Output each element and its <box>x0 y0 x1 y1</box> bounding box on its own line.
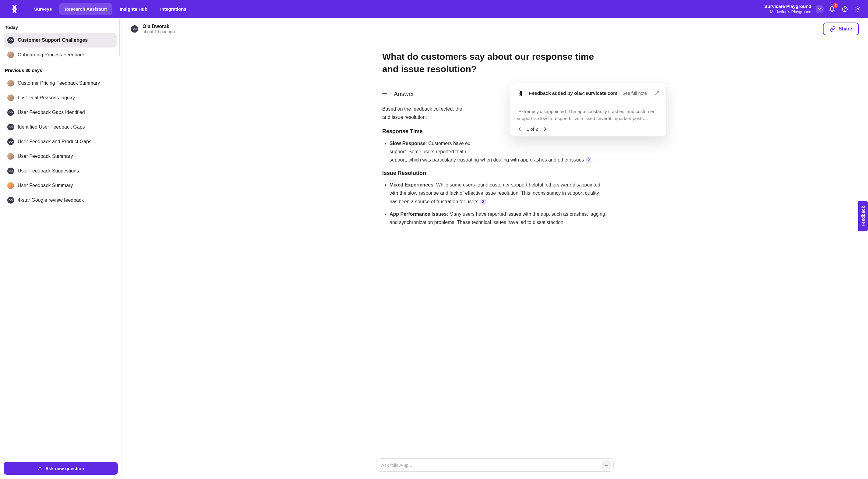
sidebar-item-label: 4-star Google review feedback <box>18 198 84 203</box>
popover-quote: “Extremely disappointed. The app constan… <box>517 103 660 126</box>
notifications-button[interactable]: 1 <box>828 5 836 13</box>
popover-logo <box>517 89 525 97</box>
share-label: Share <box>839 26 852 32</box>
author-time: about 1 hour ago <box>143 29 175 34</box>
sidebar-item[interactable]: Lost Deal Reasons Inquiry <box>4 90 117 105</box>
avatar <box>7 52 14 58</box>
answer-label-text: Answer <box>394 90 414 97</box>
topnav: Surveys Research Assistant Insights Hub … <box>0 0 868 18</box>
avatar <box>7 94 14 101</box>
sidebar-item-label: Identified User Feedback Gaps <box>18 124 85 130</box>
nav-integrations[interactable]: Integrations <box>155 3 192 15</box>
author-avatar: OD <box>131 25 138 33</box>
list-item: Slow Response: Customers have ex support… <box>390 139 608 164</box>
avatar: OD <box>7 109 14 116</box>
bullet-strong: Mixed Experiences <box>390 182 433 187</box>
sidebar-item-label: Onboarding Process Feedback <box>18 52 85 58</box>
expand-icon[interactable] <box>654 90 660 96</box>
content-scroll[interactable]: What do customers say about our response… <box>122 40 868 455</box>
avatar: OD <box>7 197 14 204</box>
avatar <box>7 80 14 87</box>
workspace-subtitle: Marketing's Playground <box>765 9 811 14</box>
sparkle-icon <box>37 466 42 471</box>
avatar: OD <box>7 37 14 43</box>
followup-input[interactable] <box>381 462 602 468</box>
settings-button[interactable] <box>854 5 862 13</box>
chevron-left-icon <box>518 127 522 131</box>
nav-research-assistant[interactable]: Research Assistant <box>59 3 113 15</box>
nav-insights-hub[interactable]: Insights Hub <box>114 3 153 15</box>
help-icon <box>841 6 848 12</box>
help-button[interactable] <box>841 5 849 13</box>
nav-items: Surveys Research Assistant Insights Hub … <box>29 3 192 15</box>
sidebar-section-today: Today <box>4 24 117 33</box>
author-name: Ola Dworak <box>143 24 175 29</box>
sidebar-item[interactable]: OD Identified User Feedback Gaps <box>4 120 117 134</box>
enter-icon <box>604 462 609 468</box>
sidebar-item-label: User Feedback Gaps Identified <box>18 110 85 115</box>
bullet-strong: App Performance Issues <box>390 211 447 217</box>
sidebar-item[interactable]: OD User Feedback and Product Gaps <box>4 134 117 149</box>
pager-prev[interactable] <box>517 126 522 132</box>
main-header: OD Ola Dworak about 1 hour ago Share <box>122 18 868 40</box>
send-button[interactable] <box>602 460 611 470</box>
bullet-tail: . <box>592 157 595 162</box>
citation-badge[interactable]: 2 <box>480 199 486 205</box>
see-full-note-link[interactable]: See full note <box>622 91 647 96</box>
sidebar-item-label: Customer Support Challenges <box>18 37 88 43</box>
popover-pager: 1 of 2 <box>517 126 660 132</box>
bullet-text: : Customers have ex <box>426 141 470 146</box>
bullet-text: support. Some users reported that i <box>390 149 466 154</box>
sidebar-item-label: User Feedback Summary <box>18 154 73 159</box>
sidebar-section-prev: Previous 30 days <box>4 66 117 76</box>
chevron-right-icon <box>543 127 547 131</box>
sidebar-item[interactable]: Customer Pricing Feedback Summary <box>4 76 117 90</box>
bullet-tail: . <box>486 199 489 204</box>
pager-next[interactable] <box>542 126 548 132</box>
sidebar-item-label: User Feedback Summary <box>18 183 73 188</box>
workspace-chevron[interactable] <box>816 5 824 13</box>
avatar: OD <box>7 124 14 130</box>
sidebar-item-customer-support-challenges[interactable]: OD Customer Support Challenges <box>4 33 117 48</box>
sidebar-item[interactable]: OD User Feedback Gaps Identified <box>4 105 117 120</box>
bullet-text: support, which was particularly frustrat… <box>390 157 585 162</box>
nav-surveys[interactable]: Surveys <box>29 3 57 15</box>
popover-title: Feedback added by ola@survicate.com <box>529 90 617 96</box>
sidebar: Today OD Customer Support Challenges Onb… <box>0 18 122 479</box>
pager-text: 1 of 2 <box>527 126 538 132</box>
heading-issue-resolution: Issue Resolution <box>382 169 608 178</box>
gear-icon <box>854 6 861 12</box>
avatar <box>7 153 14 160</box>
list-item: Mixed Experiences: While some users foun… <box>390 181 608 206</box>
share-button[interactable]: Share <box>823 23 859 35</box>
chevron-down-icon <box>818 7 822 11</box>
sidebar-item-label: User Feedback Suggestions <box>18 168 79 174</box>
sidebar-item[interactable]: OD User Feedback Suggestions <box>4 163 117 178</box>
svg-point-1 <box>844 10 845 10</box>
bullet-strong: Slow Response <box>390 141 426 146</box>
avatar <box>7 182 14 189</box>
sidebar-item-label: Customer Pricing Feedback Summary <box>18 81 100 86</box>
sidebar-item-label: Lost Deal Reasons Inquiry <box>18 95 75 100</box>
followup-bar <box>376 458 614 472</box>
text-lines-icon <box>382 92 388 97</box>
sidebar-item[interactable]: OD 4-star Google review feedback <box>4 193 117 208</box>
svg-point-2 <box>857 8 859 10</box>
feedback-popover: Feedback added by ola@survicate.com See … <box>510 83 667 137</box>
list-item: App Performance Issues: Many users have … <box>390 210 608 227</box>
sidebar-item-onboarding-process-feedback[interactable]: Onboarding Process Feedback <box>4 48 117 62</box>
question-title: What do customers say about our response… <box>382 51 608 75</box>
sidebar-item[interactable]: User Feedback Summary <box>4 178 117 193</box>
ask-new-question-button[interactable]: Ask new question <box>4 462 118 475</box>
sidebar-item[interactable]: User Feedback Summary <box>4 149 117 163</box>
sidebar-item-label: User Feedback and Product Gaps <box>18 139 91 144</box>
notification-badge: 1 <box>833 3 838 8</box>
intro-text: Based on the feedback collected, the <box>382 106 462 112</box>
workspace-selector: Survicate Playground Marketing's Playgro… <box>765 4 811 14</box>
feedback-tab[interactable]: Feedback <box>858 201 868 231</box>
citation-badge[interactable]: 2 <box>586 157 591 163</box>
logo[interactable] <box>9 4 20 14</box>
intro-text-2: and issue resolution: <box>382 115 427 120</box>
ask-button-label: Ask new question <box>45 466 84 471</box>
link-icon <box>830 26 836 32</box>
